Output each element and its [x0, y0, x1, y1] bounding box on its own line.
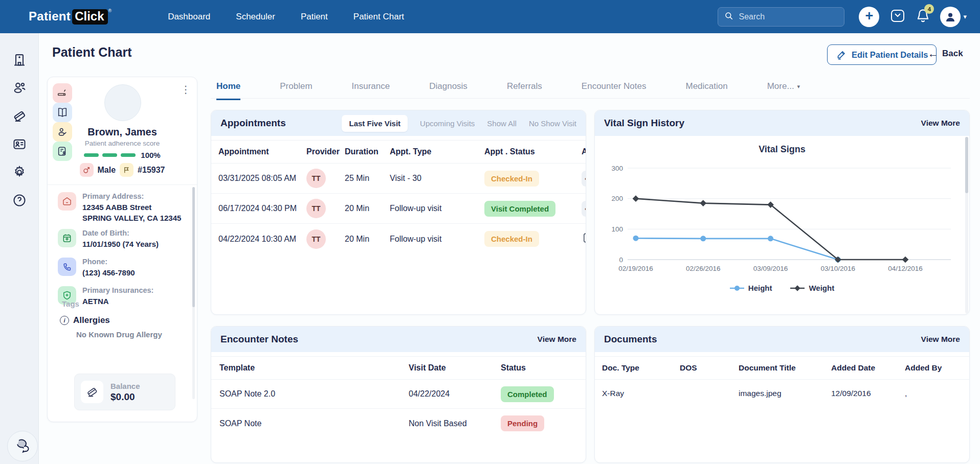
chart-title: Vital Signs: [595, 144, 969, 155]
allergies-header[interactable]: i Allergies: [60, 315, 110, 326]
vital-signs-chart: 010020030002/19/201602/26/201603/09/2016…: [595, 155, 969, 283]
tab-medication[interactable]: Medication: [685, 81, 727, 99]
appointments-panel: Appointments Last Five Visit Upcoming Vi…: [211, 110, 586, 315]
sidebar-item-patients[interactable]: [12, 81, 27, 97]
main-content: Patient Chart Edit Patient Details ← Bac…: [39, 33, 980, 464]
legend-height[interactable]: Height: [730, 284, 772, 292]
encounter-notes-view-more[interactable]: View More: [538, 335, 576, 344]
avatar: [940, 7, 961, 27]
tab-home[interactable]: Home: [216, 81, 240, 100]
row-actions-button[interactable]: ●●●: [582, 201, 586, 217]
filter-no-show-visit[interactable]: No Show Visit: [529, 119, 576, 128]
svg-text:0: 0: [619, 256, 623, 264]
user-icon: [944, 11, 956, 23]
legend-weight[interactable]: Weight: [790, 284, 834, 292]
nav-dashboard[interactable]: Dashboard: [168, 12, 210, 22]
appointment-row[interactable]: 06/17/2024 04:30 PM TT 20 Min Follow-up …: [211, 194, 586, 224]
provider-avatar: TT: [306, 169, 326, 188]
svg-text:300: 300: [611, 165, 623, 172]
gender-icon: [80, 163, 94, 177]
filter-upcoming-visits[interactable]: Upcoming Visits: [420, 119, 475, 128]
panel-scrollbar[interactable]: [965, 137, 968, 313]
appointment-row[interactable]: 04/22/2024 10:30 AM TT 20 Min Follow-up …: [211, 224, 586, 254]
education-chip[interactable]: [53, 103, 72, 122]
filter-last-five-visit[interactable]: Last Five Visit: [342, 115, 408, 132]
messages-button[interactable]: [889, 8, 906, 26]
sidebar-item-settings[interactable]: [12, 165, 27, 181]
encounter-note-icon[interactable]: [582, 232, 586, 246]
users-icon: [12, 81, 27, 95]
tags-label: Tags: [62, 299, 79, 308]
caret-down-icon: ▾: [797, 83, 800, 90]
svg-text:03/09/2016: 03/09/2016: [753, 265, 788, 272]
tab-referrals[interactable]: Referrals: [507, 81, 542, 99]
balance-value: $0.00: [110, 391, 140, 403]
tab-diagnosis[interactable]: Diagnosis: [429, 81, 467, 99]
id-card-icon: [12, 137, 27, 151]
documents-table-header: Doc. Type DOS Document Title Added Date …: [595, 356, 969, 380]
tab-insurance[interactable]: Insurance: [352, 81, 390, 99]
documents-panel: Documents View More Doc. Type DOS Docume…: [594, 326, 970, 463]
patient-name: Brown, James: [48, 126, 197, 138]
provider-avatar: TT: [306, 229, 326, 249]
tab-more[interactable]: More...▾: [767, 81, 800, 99]
appointments-table-header: Appointment Provider Duration Appt. Type…: [211, 140, 586, 164]
balance-label: Balance: [110, 382, 140, 390]
edit-patient-details-button[interactable]: Edit Patient Details: [827, 44, 937, 65]
allergies-value: No Known Drug Allergy: [76, 330, 162, 339]
tab-encounter-notes[interactable]: Encounter Notes: [582, 81, 647, 99]
adherence-meter: 100%: [48, 151, 197, 159]
row-actions-button[interactable]: ●●●: [582, 171, 586, 187]
sidebar-item-help[interactable]: [12, 193, 27, 210]
appointments-title: Appointments: [220, 118, 286, 129]
top-navbar: Patient Click ® Dashboard Scheduler Pati…: [0, 0, 980, 33]
vital-sign-history-panel: Vital Sign History View More Vital Signs…: [594, 110, 970, 315]
notifications-button[interactable]: 4: [916, 8, 930, 25]
svg-text:100: 100: [611, 225, 623, 233]
back-button[interactable]: ← Back: [928, 48, 963, 60]
tab-problem[interactable]: Problem: [280, 81, 312, 99]
add-button[interactable]: +: [859, 7, 879, 27]
svg-text:02/26/2016: 02/26/2016: [686, 265, 721, 272]
card-menu-button[interactable]: ⋮: [181, 84, 191, 95]
chat-button[interactable]: [7, 431, 38, 461]
patient-summary-card: ⋮ Brown, James Patient adherence score: [47, 77, 197, 422]
caret-down-icon: ▾: [963, 13, 967, 20]
status-badge: Completed: [501, 386, 554, 402]
chart-legend: HeightWeight: [595, 284, 969, 292]
detail-primary-address: Primary Address: 12345 AABB Street SPRIN…: [58, 192, 181, 223]
status-badge: Visit Completed: [484, 201, 555, 217]
document-row[interactable]: X-Ray images.jpeg 12/09/2016 ,: [595, 380, 969, 407]
sidebar-item-id-card[interactable]: [12, 137, 27, 153]
sidebar-item-facility[interactable]: [12, 53, 27, 69]
patient-id-icon: [120, 163, 133, 177]
nav-patient[interactable]: Patient: [301, 12, 328, 22]
cigarette-icon: [57, 87, 68, 99]
help-icon: [12, 193, 27, 207]
sidebar-item-billing[interactable]: [12, 109, 27, 125]
encounter-notes-title: Encounter Notes: [220, 334, 298, 345]
encounter-row[interactable]: SOAP Note 2.0 04/22/2024 Completed: [211, 380, 586, 409]
gear-icon: [12, 165, 27, 179]
nav-scheduler[interactable]: Scheduler: [236, 12, 275, 22]
profile-menu[interactable]: ▾: [940, 7, 967, 27]
info-icon: i: [60, 316, 69, 325]
vitals-view-more[interactable]: View More: [921, 119, 960, 128]
filter-show-all[interactable]: Show All: [487, 119, 517, 128]
encounter-table-header: Template Visit Date Status: [211, 356, 586, 380]
registered-mark: ®: [108, 8, 112, 13]
smoking-status-chip[interactable]: [53, 83, 72, 103]
pencil-icon: [836, 49, 847, 60]
notification-badge: 4: [924, 4, 934, 14]
patient-avatar: [104, 84, 141, 121]
search-box[interactable]: [718, 7, 844, 27]
encounter-row[interactable]: SOAP Note Non Visit Based Pending: [211, 409, 586, 438]
nav-links: Dashboard Scheduler Patient Patient Char…: [168, 12, 404, 22]
nav-patient-chart[interactable]: Patient Chart: [353, 12, 404, 22]
card-scrollbar[interactable]: [192, 187, 195, 399]
brand-logo[interactable]: Patient Click ®: [29, 9, 112, 25]
search-input[interactable]: [739, 12, 831, 21]
svg-text:200: 200: [611, 195, 623, 202]
documents-view-more[interactable]: View More: [921, 335, 960, 344]
appointment-row[interactable]: 03/31/2025 08:05 AM TT 25 Min Visit - 30…: [211, 164, 586, 194]
